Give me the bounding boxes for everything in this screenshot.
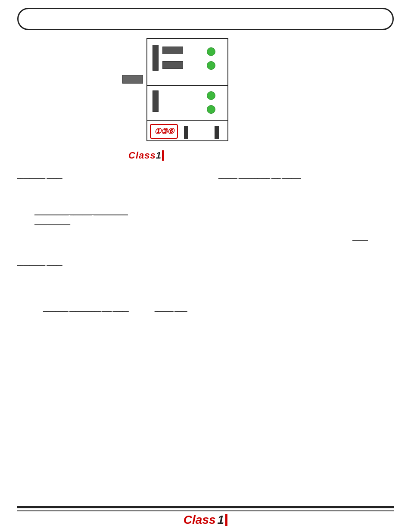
rule-thin — [17, 510, 394, 511]
lower-bar-left — [184, 126, 188, 139]
slot-bar-upper-left — [153, 45, 159, 71]
text-section-1: _________ _____ ______ __________ ___ __… — [17, 172, 394, 225]
section1-columns: _________ _____ ______ __________ ___ __… — [17, 172, 394, 179]
led-green-middle-2 — [207, 105, 215, 114]
device-middle-section — [147, 86, 227, 121]
device-lower-section: ①③⑥ — [147, 121, 227, 142]
underline-phrase-3: ________ __________ ___ _____ — [43, 305, 129, 312]
led-green-upper-2 — [207, 61, 215, 70]
section1-col-left: _________ _____ — [17, 172, 193, 179]
logo-bottom-number: 1 — [218, 513, 224, 527]
module-rect-upper-top — [162, 47, 183, 54]
device-diagram: ①③⑥ — [112, 38, 228, 154]
device-box: ①③⑥ — [146, 38, 228, 141]
rule-thick — [17, 506, 394, 508]
side-button-top — [122, 75, 143, 84]
underline-word-2: ______ __________ ___ ______ — [218, 172, 301, 179]
logo-bottom-class: Class — [184, 513, 216, 527]
logo-class-text: Class — [128, 150, 156, 161]
underline-phrase-2: ____ _______ — [34, 219, 70, 225]
underline-phrase-4: ______ ____ — [155, 305, 187, 312]
logo-bottom: Class 1 — [184, 513, 227, 527]
section1-subline1: ___________ _______ ___________ — [34, 209, 394, 215]
text-section-3: ________ __________ ___ _____ ______ ___… — [17, 275, 394, 312]
section3-col-layout: ________ __________ ___ _____ ______ ___… — [17, 305, 394, 312]
section1-subline2: ____ _______ — [34, 219, 394, 225]
section2-line5: _________ _____ — [17, 259, 394, 266]
section1-col-right: ______ __________ ___ ______ — [218, 172, 394, 179]
led-green-middle-1 — [207, 91, 215, 100]
display-numbers: ①③⑥ — [154, 127, 174, 136]
module-rect-upper-bottom — [162, 61, 183, 69]
logo-accent-bar — [162, 150, 164, 161]
logo-bottom-accent — [225, 514, 227, 526]
logo-number: 1 — [156, 150, 161, 161]
header-bar — [17, 8, 394, 30]
text-content-area: _________ _____ ______ __________ ___ __… — [17, 172, 394, 321]
underline-word-3: _____ — [352, 235, 368, 241]
number-display: ①③⑥ — [150, 124, 178, 139]
text-section-2: _____ _________ _____ — [17, 235, 394, 266]
led-green-upper-1 — [207, 47, 215, 56]
section3-left: ________ __________ ___ _____ — [43, 305, 129, 312]
lower-bar-right — [215, 126, 219, 139]
section3-right: ______ ____ — [155, 305, 187, 312]
footer-area: Class 1 — [0, 498, 411, 532]
section2-line1: _____ — [17, 235, 394, 241]
device-upper-section — [147, 39, 227, 86]
underline-word-4: _________ _____ — [17, 259, 62, 266]
logo-top: Class 1 — [128, 150, 164, 161]
slot-bar-middle-left — [153, 90, 159, 112]
underline-word-1: _________ _____ — [17, 172, 62, 179]
underline-phrase-1: ___________ _______ ___________ — [34, 209, 128, 215]
